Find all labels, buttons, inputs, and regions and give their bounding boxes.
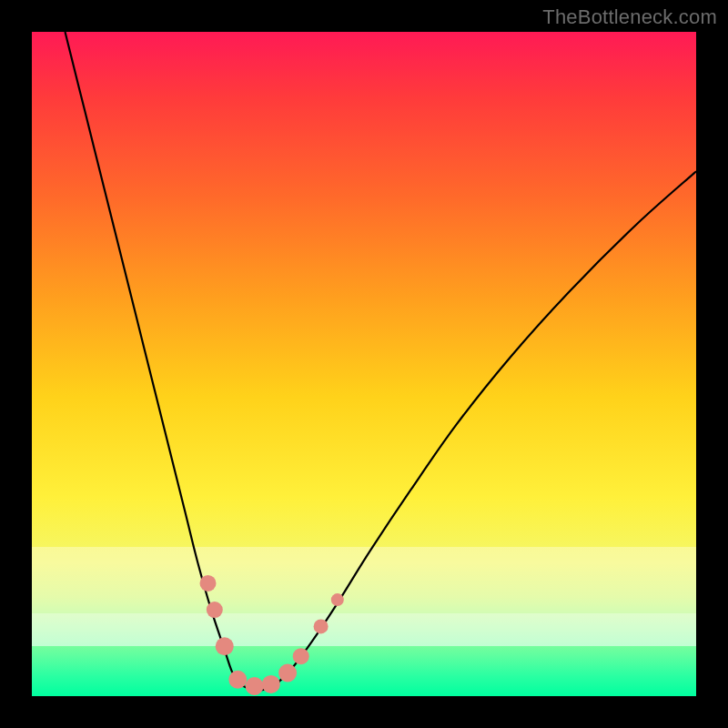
right-dot-2 bbox=[293, 648, 309, 664]
left-dot-3 bbox=[216, 637, 234, 655]
chart-svg bbox=[32, 32, 696, 696]
watermark-text: TheBottleneck.com bbox=[542, 5, 717, 29]
right-curve bbox=[278, 171, 696, 682]
curve-layer bbox=[66, 32, 697, 691]
floor-dot-3 bbox=[262, 675, 280, 693]
chart-frame: TheBottleneck.com bbox=[0, 0, 728, 728]
floor-dot-2 bbox=[246, 677, 264, 695]
plot-area bbox=[32, 32, 696, 696]
marker-layer bbox=[200, 575, 344, 695]
left-dot-2 bbox=[207, 602, 223, 618]
right-dot-4 bbox=[331, 593, 344, 606]
right-dot-3 bbox=[314, 619, 329, 633]
right-dot-1 bbox=[278, 664, 297, 682]
left-dot-1 bbox=[200, 575, 217, 592]
floor-dot-1 bbox=[228, 671, 247, 689]
